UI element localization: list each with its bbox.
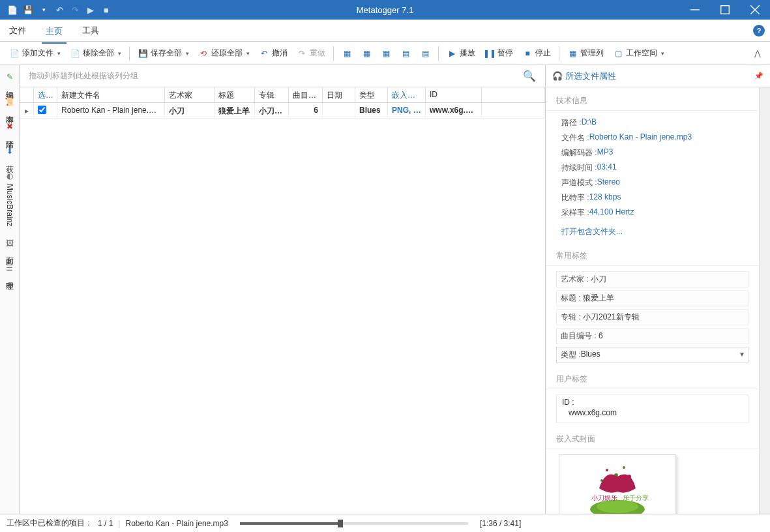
save-all-button[interactable]: 💾保存全部▾: [134, 45, 193, 61]
svg-rect-0: [721, 6, 730, 14]
sidebar-tab-script[interactable]: 📜脚本: [4, 95, 15, 111]
qat-stop-icon[interactable]: ■: [99, 3, 113, 17]
manage-columns-button[interactable]: ▦管理列: [563, 45, 608, 61]
cell-filename[interactable]: Roberto Kan - Plain jene.mp3: [57, 103, 165, 118]
chevron-down-icon[interactable]: ▾: [186, 50, 189, 57]
view-small-icon[interactable]: ▦: [377, 46, 395, 61]
col-title[interactable]: 标题: [215, 87, 255, 102]
qat-play-icon[interactable]: ▶: [83, 3, 98, 17]
cell-cover[interactable]: PNG, 4...: [388, 103, 426, 118]
view-large-icon[interactable]: ▦: [338, 46, 356, 61]
workspace-button[interactable]: ▢工作空间▾: [609, 45, 668, 61]
play-button[interactable]: ▶播放: [443, 45, 479, 61]
main-area: ✎编辑 📜脚本 ✖清除 ⬇获 ◐MusicBrainz 🖼封面 ☰整理 拖动列标…: [0, 65, 770, 514]
redo-button[interactable]: ↷重做: [293, 45, 329, 61]
qat-redo-icon[interactable]: ↷: [68, 3, 82, 17]
pin-icon[interactable]: 📌: [754, 72, 763, 80]
tag-album[interactable]: 专辑小刀2021新专辑: [556, 309, 748, 325]
separator: [129, 46, 130, 61]
tag-artist[interactable]: 艺术家小刀: [556, 271, 748, 288]
section-common: 常用标签: [546, 243, 759, 266]
cell-genre[interactable]: Blues: [355, 103, 388, 118]
cell-date[interactable]: [323, 103, 355, 118]
cell-album[interactable]: 小刀2...: [255, 103, 289, 118]
menu-file[interactable]: 文件: [5, 22, 30, 39]
panel-header: 🎧 所选文件属性 📌: [546, 65, 770, 87]
sidebar-tab-musicbrainz[interactable]: ◐MusicBrainz: [5, 170, 15, 228]
chevron-down-icon[interactable]: ▾: [118, 50, 121, 57]
workspace-icon: ▢: [613, 48, 623, 59]
svg-point-3: [623, 466, 625, 469]
status-checked-value: 1 / 1: [98, 519, 113, 528]
view-medium-icon[interactable]: ▦: [357, 46, 376, 61]
minimize-button[interactable]: [680, 0, 710, 20]
center-panel: 拖动列标题到此处根据该列分组 🔍 选择 新建文件名 艺术家 标题 专辑 曲目编号…: [20, 65, 545, 514]
group-by-bar[interactable]: 拖动列标题到此处根据该列分组 🔍: [20, 65, 545, 87]
tag-id[interactable]: ID : www.x6g.com: [556, 394, 748, 423]
chevron-down-icon[interactable]: ▾: [740, 349, 744, 361]
playback-slider[interactable]: [240, 522, 468, 525]
help-button[interactable]: ?: [753, 25, 765, 37]
cell-title[interactable]: 狼爱上羊: [215, 103, 255, 118]
add-file-button[interactable]: 📄添加文件▾: [5, 45, 65, 61]
qat-dropdown-icon[interactable]: ▾: [37, 3, 51, 17]
col-artist[interactable]: 艺术家: [165, 87, 215, 102]
cell-id[interactable]: www.x6g.com: [426, 103, 482, 118]
col-album[interactable]: 专辑: [255, 87, 289, 102]
kv-channels: 声道模式Stereo: [546, 176, 759, 191]
open-folder-link[interactable]: 打开包含文件夹...: [546, 221, 759, 243]
sidebar-tab-clean[interactable]: ✖清除: [4, 120, 15, 136]
col-date[interactable]: 日期: [323, 87, 355, 102]
undo-button[interactable]: ↶撤消: [255, 45, 291, 61]
kv-samplerate: 采样率44,100 Hertz: [546, 206, 759, 221]
view-detail-icon[interactable]: ▤: [416, 46, 434, 61]
col-track[interactable]: 曲目编号: [289, 87, 323, 102]
menu-bar: 文件 主页 工具 ?: [0, 20, 770, 42]
sidebar-tab-fetch[interactable]: ⬇获: [4, 145, 15, 160]
row-checkbox-cell[interactable]: [34, 103, 57, 118]
stop-button[interactable]: ■停止: [518, 45, 555, 61]
view-list-icon[interactable]: ▤: [396, 46, 415, 61]
qat-add-file-icon[interactable]: 📄: [5, 3, 20, 17]
collapse-ribbon-icon[interactable]: ⋀: [750, 46, 765, 61]
col-cover[interactable]: 嵌入式封面: [388, 87, 426, 102]
remove-all-button[interactable]: 📄移除全部▾: [66, 45, 125, 61]
table-row[interactable]: ▸ Roberto Kan - Plain jene.mp3 小刀 狼爱上羊 小…: [20, 103, 545, 119]
tag-track[interactable]: 曲目编号6: [556, 328, 748, 344]
col-id[interactable]: ID: [426, 87, 482, 102]
maximize-button[interactable]: [710, 0, 740, 20]
status-bar: 工作区中已检查的项目： 1 / 1 | Roberto Kan - Plain …: [0, 514, 770, 532]
chevron-down-icon[interactable]: ▾: [57, 50, 61, 57]
sidebar-tab-organize[interactable]: ☰整理: [4, 261, 15, 277]
cell-track[interactable]: 6: [289, 103, 323, 118]
cell-artist[interactable]: 小刀: [165, 103, 215, 118]
col-indicator[interactable]: [20, 87, 34, 102]
restore-all-button[interactable]: ⟲还原全部▾: [194, 45, 254, 61]
menu-home[interactable]: 主页: [42, 23, 67, 44]
ribbon-toolbar: 📄添加文件▾ 📄移除全部▾ 💾保存全部▾ ⟲还原全部▾ ↶撤消 ↷重做 ▦ ▦ …: [0, 42, 770, 65]
pause-button[interactable]: ❚❚暂停: [481, 45, 517, 61]
tag-title[interactable]: 标题狼爱上羊: [556, 290, 748, 306]
col-genre[interactable]: 类型: [355, 87, 388, 102]
grid-header: 选择 新建文件名 艺术家 标题 专辑 曲目编号 日期 类型 嵌入式封面 ID: [20, 87, 545, 103]
vertical-scrollbar[interactable]: [759, 87, 770, 514]
restore-icon: ⟲: [198, 48, 209, 59]
qat-undo-icon[interactable]: ↶: [52, 3, 67, 17]
search-icon[interactable]: 🔍: [523, 70, 536, 82]
sidebar-tab-cover[interactable]: 🖼封面: [4, 237, 15, 252]
close-button[interactable]: [740, 0, 770, 20]
sidebar-tab-edit[interactable]: ✎编辑: [4, 70, 15, 86]
col-filename[interactable]: 新建文件名: [57, 87, 165, 102]
kv-duration: 持续时间03:41: [546, 161, 759, 176]
col-spacer: [482, 87, 545, 102]
chevron-down-icon[interactable]: ▾: [246, 50, 250, 57]
qat-save-icon[interactable]: 💾: [21, 3, 35, 17]
chevron-down-icon[interactable]: ▾: [661, 50, 664, 57]
row-checkbox[interactable]: [38, 106, 46, 114]
col-select[interactable]: 选择: [34, 87, 57, 102]
svg-text:乐于分享: 乐于分享: [623, 494, 649, 501]
cover-art[interactable]: 小刀娱乐 乐于分享: [559, 454, 676, 514]
tag-genre[interactable]: 类型Blues▾: [556, 347, 748, 363]
menu-tools[interactable]: 工具: [78, 22, 103, 39]
properties-panel: 🎧 所选文件属性 📌 技术信息 路径D:\B 文件名Roberto Kan - …: [545, 65, 770, 514]
